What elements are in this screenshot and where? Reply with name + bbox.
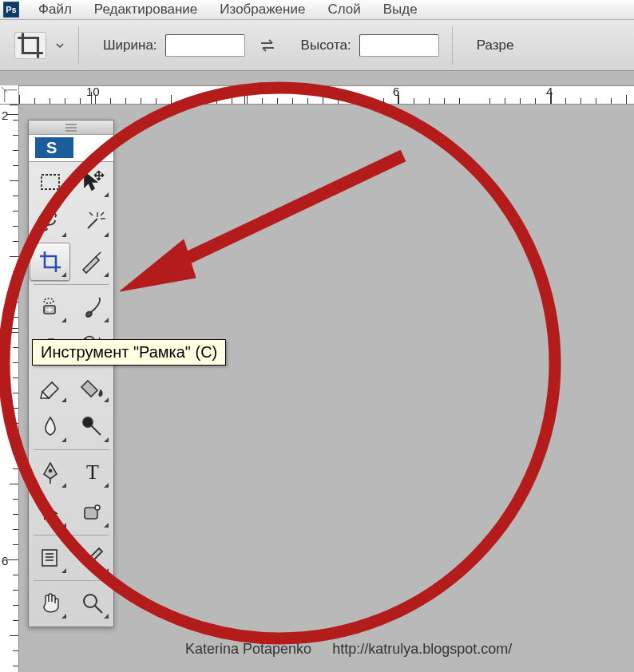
tool-tooltip: Инструмент "Рамка" (C) [32,339,226,366]
separator [78,26,79,65]
svg-line-28 [85,563,88,566]
options-bar: Ширина: Высота: Разре [0,20,634,71]
svg-line-18 [91,425,101,435]
resolution-label: Разре [477,38,514,53]
width-label: Ширина: [103,38,157,53]
tool-shape[interactable] [72,493,113,532]
tool-blur[interactable] [30,408,70,446]
tool-magic-wand[interactable] [72,203,113,241]
tool-dodge[interactable] [72,408,113,446]
tool-hand[interactable] [30,584,70,623]
ruler-horizontal[interactable]: 10864 [19,85,634,105]
ps-logo-icon: Ps [3,2,19,18]
svg-point-23 [95,505,100,510]
tool-eraser[interactable] [30,368,70,406]
chevron-down-icon[interactable] [54,40,65,51]
tool-notes[interactable] [30,539,70,577]
svg-text:T: T [86,461,99,484]
watermark: Katerina Potapenko http://katrulya.blogs… [185,641,512,658]
height-input[interactable] [359,34,439,57]
tools-panel: S T [28,120,114,627]
tool-eyedropper[interactable] [72,539,113,577]
tool-path-selection[interactable] [30,493,70,532]
tool-spot-healing[interactable] [30,288,70,326]
svg-line-6 [88,219,97,228]
author-url: http://katrulya.blogspot.com/ [332,641,512,658]
svg-line-8 [101,212,104,215]
tool-type[interactable]: T [72,453,113,492]
options-tool-crop-icon[interactable] [14,32,46,59]
menu-file[interactable]: Файл [27,2,83,18]
swap-dimensions-icon[interactable] [258,36,277,55]
svg-point-11 [44,298,53,303]
svg-point-29 [84,595,97,607]
tool-paint-bucket[interactable] [72,368,113,406]
tool-slice[interactable] [72,243,113,281]
tool-crop[interactable] [30,243,70,281]
width-input[interactable] [165,34,245,57]
height-label: Высота: [301,38,351,53]
ruler-vertical[interactable]: 226 [0,105,19,672]
svg-rect-24 [42,550,57,566]
tools-ps-header: S [29,135,113,162]
svg-point-20 [49,470,51,472]
separator [452,26,453,65]
tool-lasso[interactable] [30,203,70,241]
ruler-origin-icon[interactable] [0,85,19,105]
svg-line-30 [95,606,102,613]
menu-layer[interactable]: Слой [316,2,371,18]
author-name: Katerina Potapenko [185,641,311,658]
tool-move[interactable] [72,163,113,201]
tool-zoom[interactable] [72,584,113,623]
ps-tag-icon: S [35,137,73,158]
menu-edit[interactable]: Редактирование [83,2,209,18]
tool-rectangular-marquee[interactable] [30,163,70,201]
menu-image[interactable]: Изображение [208,2,316,18]
menu-select[interactable]: Выде [372,2,429,18]
tool-brush[interactable] [72,288,113,326]
svg-line-10 [89,212,93,215]
panel-grip-icon[interactable] [29,121,113,135]
tool-pen[interactable] [30,453,70,492]
svg-rect-3 [42,175,59,189]
menu-bar: Ps Файл Редактирование Изображение Слой … [0,0,634,20]
